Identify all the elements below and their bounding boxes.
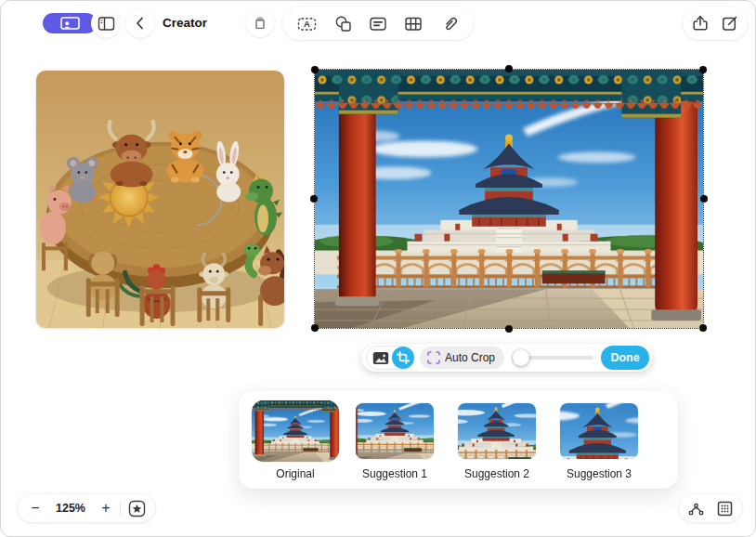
crop-suggestion-1[interactable]: Suggestion 1 xyxy=(355,400,435,480)
zoom-out-button[interactable]: − xyxy=(25,501,46,516)
crop-suggestion-2[interactable]: Suggestion 2 xyxy=(457,400,537,480)
share-button[interactable] xyxy=(689,12,711,34)
auto-crop-frame-icon xyxy=(427,351,440,364)
grid-icon xyxy=(716,500,734,517)
note-button[interactable] xyxy=(367,13,389,34)
window-actions-group xyxy=(683,7,748,40)
canvas-tools xyxy=(679,494,742,522)
attachment-icon xyxy=(440,14,459,33)
connector-icon xyxy=(687,500,705,517)
insert-tools-group: A xyxy=(282,7,474,40)
shapes-icon xyxy=(334,15,352,33)
marker-tool-icon xyxy=(251,13,269,32)
zoom-in-button[interactable]: + xyxy=(96,501,116,516)
selection-handle-top-left[interactable] xyxy=(311,66,319,73)
back-button[interactable] xyxy=(125,8,155,38)
zoom-controls: − 125% + xyxy=(18,494,155,522)
note-icon xyxy=(369,15,387,33)
suggestion-label: Original xyxy=(276,467,314,480)
suggestion-thumbnail[interactable] xyxy=(252,400,339,462)
grid-toggle-button[interactable] xyxy=(714,498,736,519)
star-widget-icon xyxy=(128,500,146,517)
sidebar-toggle-button[interactable] xyxy=(91,8,121,38)
text-box-icon: A xyxy=(297,15,317,33)
suggestion-label: Suggestion 1 xyxy=(362,467,427,480)
compose-icon xyxy=(721,14,739,33)
board-title: Creator xyxy=(163,16,207,30)
crop-suggestion-3[interactable]: Suggestion 3 xyxy=(559,400,639,480)
done-button[interactable]: Done xyxy=(601,346,649,370)
table-icon xyxy=(404,15,423,33)
text-box-button[interactable]: A xyxy=(295,13,319,34)
crop-toolbar: Auto Crop Done xyxy=(361,344,653,372)
insert-widget-button[interactable] xyxy=(126,498,148,519)
selection-handle-bottom-left[interactable] xyxy=(311,324,319,332)
photo-mode-button[interactable] xyxy=(371,349,391,367)
crop-mode-button[interactable] xyxy=(392,347,414,369)
selection-handle-top-center[interactable] xyxy=(505,65,513,72)
selection-handle-bottom-center[interactable] xyxy=(505,325,513,333)
creator-window: Creator A xyxy=(0,0,756,537)
draw-tool-button[interactable] xyxy=(245,7,275,37)
suggestion-thumbnail[interactable] xyxy=(560,403,638,459)
svg-text:A: A xyxy=(304,19,310,29)
screen-share-icon xyxy=(60,17,80,30)
attachment-button[interactable] xyxy=(438,12,461,34)
suggestion-label: Suggestion 3 xyxy=(567,467,632,480)
share-icon xyxy=(691,14,710,33)
canvas-image-temple[interactable] xyxy=(314,69,704,329)
chevron-left-icon xyxy=(132,15,149,32)
crop-icon xyxy=(397,351,410,364)
divider xyxy=(120,502,121,516)
slider-knob[interactable] xyxy=(513,349,529,366)
crop-suggestion-original[interactable]: Original xyxy=(252,400,339,480)
suggestion-thumbnail[interactable] xyxy=(458,403,536,459)
crop-zoom-slider[interactable] xyxy=(512,351,593,364)
crop-suggestions-panel: Original Suggestion 1 Suggestion 2 Sugge… xyxy=(239,390,678,489)
suggestion-thumbnail[interactable] xyxy=(356,403,434,459)
selection-handle-top-right[interactable] xyxy=(699,66,707,73)
selection-handle-bottom-right[interactable] xyxy=(699,324,707,332)
canvas-image-zodiac[interactable] xyxy=(36,71,284,328)
suggestion-label: Suggestion 2 xyxy=(464,467,529,480)
shapes-button[interactable] xyxy=(332,13,354,34)
new-board-button[interactable] xyxy=(719,12,741,34)
table-button[interactable] xyxy=(402,13,424,34)
auto-crop-button[interactable]: Auto Crop xyxy=(420,347,504,369)
photo-icon xyxy=(372,351,389,365)
screen-share-indicator[interactable] xyxy=(43,13,97,33)
auto-crop-label: Auto Crop xyxy=(445,351,495,364)
image-mode-segment xyxy=(366,346,414,370)
selection-handle-middle-left[interactable] xyxy=(310,195,318,203)
sidebar-toggle-icon xyxy=(98,15,115,33)
selection-handle-middle-right[interactable] xyxy=(700,195,708,203)
connector-tool-button[interactable] xyxy=(685,498,707,518)
zoom-level[interactable]: 125% xyxy=(46,502,96,515)
